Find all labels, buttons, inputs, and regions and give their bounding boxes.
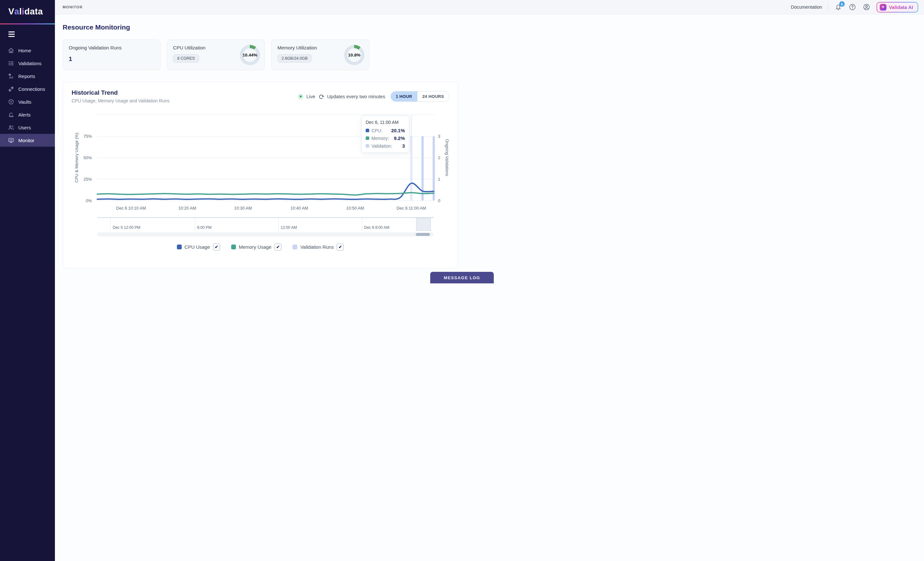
checklist-icon (8, 60, 14, 66)
sidebar-item-label: Users (18, 125, 31, 130)
sidebar-item-label: Connections (18, 86, 45, 92)
updates-label: Updates every two minutes (327, 94, 385, 99)
home-icon (8, 48, 14, 54)
sidebar-item-label: Validations (18, 61, 41, 66)
memory-visibility-checkbox[interactable] (274, 243, 282, 251)
sidebar-item-connections[interactable]: Connections (0, 82, 55, 95)
left-tick-50: 50% (81, 156, 92, 160)
sidebar-item-label: Home (18, 48, 31, 53)
memory-donut-gauge: 10.8% (344, 45, 364, 65)
cpu-legend-chip (177, 245, 182, 249)
time-brush[interactable]: Dec 5 12:00 PM 6:00 PM 12:00 AM Dec 6 6:… (97, 217, 434, 231)
sidebar-nav: Home Validations Reports Connections Vau… (0, 44, 55, 147)
range-1-hour-button[interactable]: 1 HOUR (391, 91, 417, 102)
users-icon (8, 124, 14, 131)
stat-cards-row: Ongoing Validation Runs 1 CPU Utilizatio… (63, 39, 369, 70)
sidebar: Validata Home Validations Reports Connec… (0, 0, 55, 280)
cpu-utilization-card: CPU Utilization 8 CORES 10.44% (167, 39, 265, 70)
card-title: Ongoing Validation Runs (69, 45, 154, 50)
memory-percent-label: 10.8% (348, 52, 360, 57)
brush-label-2: 12:00 AM (280, 225, 297, 230)
memory-color-chip (366, 136, 369, 140)
x-tick-5: Dec 6 11:00 AM (390, 206, 432, 211)
sidebar-item-reports[interactable]: Reports (0, 70, 55, 82)
live-indicator-icon (298, 94, 303, 99)
cpu-percent-label: 10.44% (243, 52, 258, 57)
validation-color-chip (366, 144, 369, 148)
sidebar-item-label: Vaults (18, 99, 32, 105)
sidebar-item-label: Alerts (18, 112, 30, 117)
time-range-toggle: 1 HOUR 24 HOURS (390, 91, 450, 102)
sidebar-item-monitor[interactable]: Monitor (0, 134, 55, 147)
page-title: Resource Monitoring (63, 24, 462, 31)
historical-trend-card: Historical Trend CPU Usage, Memory Usage… (63, 82, 458, 268)
sidebar-item-alerts[interactable]: Alerts (0, 108, 55, 121)
validation-visibility-checkbox[interactable] (336, 243, 344, 251)
left-tick-0: 0% (81, 198, 92, 203)
monitor-icon (8, 138, 14, 144)
cpu-color-chip (366, 129, 369, 132)
brush-label-1: 6:00 PM (197, 225, 212, 230)
left-tick-25: 25% (81, 177, 92, 182)
x-axis-line (97, 200, 434, 201)
cpu-visibility-checkbox[interactable] (213, 243, 220, 251)
chart-tooltip: Dec 6, 11:00 AM CPU: 20.1% Memory: 9.2% … (361, 115, 410, 153)
x-tick-0: Dec 6 10:10 AM (110, 206, 152, 211)
tooltip-validation-value: 3 (402, 143, 405, 149)
legend-item-validation: Validation Runs (292, 243, 344, 251)
app-logo[interactable]: Validata (0, 0, 55, 24)
brush-label-0: Dec 5 12:00 PM (113, 225, 140, 230)
left-axis-title: CPU & Memory Usage (%) (74, 133, 79, 182)
validation-run-bar[interactable] (410, 136, 412, 200)
cpu-usage-line (97, 183, 434, 199)
right-tick-3: 3 (438, 134, 440, 139)
ongoing-runs-value: 1 (69, 55, 154, 63)
cpu-cores-chip: 8 CORES (173, 54, 199, 63)
range-24-hours-button[interactable]: 24 HOURS (417, 91, 449, 102)
logo-gradient-divider (0, 24, 55, 24)
sidebar-item-home[interactable]: Home (0, 44, 55, 57)
x-tick-2: 10:30 AM (222, 206, 264, 211)
sidebar-item-label: Reports (18, 73, 35, 79)
memory-usage-chip: 2.6GB/24.0GB (278, 54, 312, 63)
horizontal-scrollbar[interactable] (97, 233, 433, 236)
sidebar-item-validations[interactable]: Validations (0, 57, 55, 70)
scrollbar-thumb[interactable] (416, 233, 430, 236)
x-tick-1: 10:20 AM (166, 206, 208, 211)
memory-utilization-card: Memory Utilization 2.6GB/24.0GB 10.8% (271, 39, 369, 70)
tooltip-date: Dec 6, 11:00 AM (366, 120, 405, 125)
right-tick-2: 2 (438, 156, 440, 160)
legend-item-cpu: CPU Usage (177, 243, 220, 251)
plug-icon (8, 86, 14, 92)
sidebar-item-label: Monitor (18, 138, 34, 143)
main-content: Resource Monitoring Ongoing Validation R… (55, 15, 462, 31)
hamburger-menu-icon[interactable] (8, 31, 15, 37)
brush-selection[interactable] (416, 218, 431, 231)
message-log-button[interactable]: MESSAGE LOG (430, 272, 462, 280)
brush-label-3: Dec 6 6:00 AM (364, 225, 390, 230)
report-chart-icon (8, 73, 14, 79)
ongoing-validation-runs-card: Ongoing Validation Runs 1 (63, 39, 160, 70)
tooltip-cpu-value: 20.1% (391, 128, 405, 133)
legend-item-memory: Memory Usage (231, 243, 282, 251)
right-tick-0: 0 (438, 198, 440, 203)
top-bar: MONITOR Documentation 6 ✦ Validata AI (55, 0, 462, 15)
cpu-donut-gauge: 10.44% (240, 45, 260, 65)
shield-icon (8, 99, 14, 105)
live-label: Live (306, 94, 315, 99)
breadcrumb: MONITOR (63, 5, 83, 9)
trend-title: Historical Trend (72, 89, 118, 96)
sidebar-item-vaults[interactable]: Vaults (0, 95, 55, 108)
tooltip-memory-value: 9.2% (394, 135, 405, 141)
right-axis-title: Ongoing Validations (445, 139, 450, 176)
right-tick-1: 1 (438, 177, 440, 182)
left-tick-75: 75% (81, 134, 92, 139)
chart-legend: CPU Usage Memory Usage Validation Runs (63, 243, 458, 251)
refresh-icon (318, 93, 324, 99)
sidebar-item-users[interactable]: Users (0, 121, 55, 134)
memory-legend-chip (231, 245, 236, 249)
x-tick-3: 10:40 AM (278, 206, 320, 211)
validation-legend-chip (292, 245, 297, 249)
memory-usage-line (97, 193, 434, 195)
trend-subtitle: CPU Usage, Memory Usage and Validation R… (72, 98, 170, 103)
